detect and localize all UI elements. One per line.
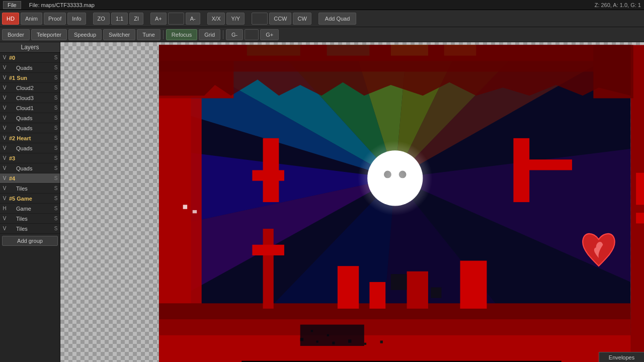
layer-settings-button[interactable]: S <box>53 155 59 161</box>
layer-row[interactable]: VCloud3S <box>0 93 60 103</box>
layer-visibility-toggle[interactable]: V <box>1 165 8 171</box>
file-menu[interactable]: File <box>3 1 21 9</box>
layer-visibility-toggle[interactable]: V <box>1 105 8 111</box>
layer-name-label: #3 <box>8 155 53 161</box>
layer-settings-button[interactable]: S <box>53 95 59 101</box>
layer-visibility-toggle[interactable]: V <box>1 175 8 181</box>
layer-settings-button[interactable]: S <box>53 196 59 201</box>
add-quad-button[interactable]: Add Quad <box>318 13 357 25</box>
layer-row[interactable]: VTilesS <box>0 184 60 194</box>
file-title: File: maps/CTF33333.map <box>29 2 95 8</box>
cw-button[interactable]: CW <box>293 13 311 25</box>
anim-button[interactable]: Anim <box>21 13 42 25</box>
canvas-area[interactable]: Envelopes <box>60 42 644 362</box>
platform-left-floor <box>252 245 284 255</box>
layer-visibility-toggle[interactable]: H <box>1 206 8 211</box>
layer-row[interactable]: VCloud1S <box>0 103 60 113</box>
layer-visibility-toggle[interactable]: V <box>1 135 8 141</box>
layer-settings-button[interactable]: S <box>53 85 59 90</box>
platform-left-2 <box>252 170 284 180</box>
layer-settings-button[interactable]: S <box>53 125 59 131</box>
hd-button[interactable]: HD <box>2 13 19 25</box>
zo-button[interactable]: ZO <box>93 13 110 25</box>
layer-row[interactable]: V#1 SunS <box>0 73 60 83</box>
particle-6 <box>380 340 383 343</box>
center-platform-3 <box>407 272 428 309</box>
tune-button[interactable]: Tune <box>137 29 160 40</box>
layer-settings-button[interactable]: S <box>53 206 59 211</box>
layer-visibility-toggle[interactable]: V <box>1 75 8 80</box>
envelopes-button[interactable]: Envelopes <box>599 352 644 362</box>
ccw-button[interactable]: CCW <box>269 13 291 25</box>
layer-row[interactable]: V#0S <box>0 53 60 63</box>
center-platform-2 <box>369 282 385 309</box>
layer-row[interactable]: V#2 HeartS <box>0 133 60 143</box>
layer-visibility-toggle[interactable]: V <box>1 226 8 231</box>
switcher-button[interactable]: Switcher <box>103 29 135 40</box>
layer-settings-button[interactable]: S <box>53 216 59 221</box>
layer-visibility-toggle[interactable]: V <box>1 125 8 131</box>
layer-visibility-toggle[interactable]: V <box>1 115 8 121</box>
yy-button[interactable]: Y/Y <box>226 13 245 25</box>
layer-name-label: Tiles <box>8 226 53 232</box>
layer-settings-button[interactable]: S <box>53 145 59 151</box>
a-minus-button[interactable]: A- <box>186 13 200 25</box>
zoom-1-1-button[interactable]: 1:1 <box>111 13 128 25</box>
center-platform-4 <box>460 261 487 309</box>
layer-row[interactable]: VQuadsS <box>0 63 60 73</box>
layer-row[interactable]: VQuadsS <box>0 143 60 153</box>
layer-settings-button[interactable]: S <box>53 135 59 141</box>
grid-button[interactable]: Grid <box>199 29 220 40</box>
layer-visibility-toggle[interactable]: V <box>1 65 8 70</box>
zi-button[interactable]: ZI <box>129 13 143 25</box>
speedup-button[interactable]: Speedup <box>68 29 102 40</box>
layer-settings-button[interactable]: S <box>53 186 59 191</box>
layer-visibility-toggle[interactable]: V <box>1 186 8 191</box>
layer-row[interactable]: VQuadsS <box>0 113 60 123</box>
layer-settings-button[interactable]: S <box>53 226 59 231</box>
g-value-input[interactable]: 1 <box>245 29 259 40</box>
separator2 <box>223 30 223 39</box>
layer-row[interactable]: V#4S <box>0 173 60 184</box>
layer-row[interactable]: VTilesS <box>0 214 60 224</box>
layer-row[interactable]: VTilesS <box>0 224 60 234</box>
layer-row[interactable]: V#5 GameS <box>0 194 60 204</box>
bottom-terrain-front <box>159 335 631 362</box>
layer-visibility-toggle[interactable]: V <box>1 196 8 201</box>
center-platform-1 <box>338 266 359 309</box>
a-value-input[interactable]: 1 <box>168 13 184 25</box>
layer-row[interactable]: VCloud2S <box>0 83 60 93</box>
layer-settings-button[interactable]: S <box>53 75 59 80</box>
layer-name-label: #4 <box>8 175 53 182</box>
map-svg[interactable] <box>60 42 644 362</box>
layer-settings-button[interactable]: S <box>53 115 59 121</box>
layer-visibility-toggle[interactable]: V <box>1 95 8 101</box>
layer-settings-button[interactable]: S <box>53 65 59 70</box>
a-plus-button[interactable]: A+ <box>150 13 167 25</box>
layer-name-label: Tiles <box>8 186 53 192</box>
layer-settings-button[interactable]: S <box>53 175 59 181</box>
border-button[interactable]: Border <box>2 29 30 40</box>
add-group-button[interactable]: Add group <box>2 236 58 246</box>
angle-input[interactable]: 90 <box>252 13 268 25</box>
info-button[interactable]: Info <box>67 13 86 25</box>
layer-row[interactable]: HGameS <box>0 204 60 214</box>
layer-visibility-toggle[interactable]: V <box>1 55 8 60</box>
layer-row[interactable]: VQuadsS <box>0 123 60 133</box>
proof-button[interactable]: Proof <box>44 13 66 25</box>
g-minus-button[interactable]: G- <box>226 29 243 40</box>
layer-visibility-toggle[interactable]: V <box>1 145 8 151</box>
layer-visibility-toggle[interactable]: V <box>1 85 8 90</box>
teleporter-button[interactable]: Teleporter <box>31 29 67 40</box>
layer-settings-button[interactable]: S <box>53 105 59 111</box>
layer-visibility-toggle[interactable]: V <box>1 216 8 221</box>
refocus-button[interactable]: Refocus <box>166 29 197 40</box>
black-patch-3 <box>431 287 441 298</box>
g-plus-button[interactable]: G+ <box>260 29 279 40</box>
layer-row[interactable]: VQuadsS <box>0 163 60 173</box>
xx-button[interactable]: X/X <box>207 13 225 25</box>
layer-settings-button[interactable]: S <box>53 165 59 171</box>
layer-settings-button[interactable]: S <box>53 55 59 60</box>
layer-row[interactable]: V#3S <box>0 153 60 163</box>
layer-visibility-toggle[interactable]: V <box>1 155 8 161</box>
